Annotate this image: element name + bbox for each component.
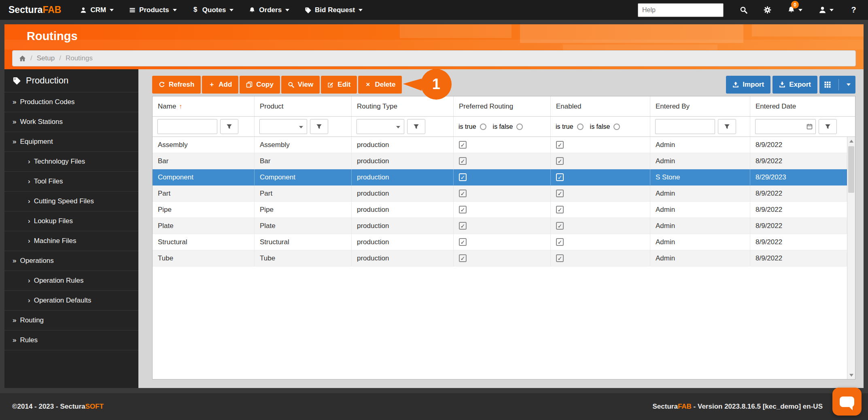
chevron-right-icon: › [28, 158, 30, 166]
checkbox-checked-icon[interactable]: ✓ [556, 238, 564, 246]
sidebar-item-equipment[interactable]: »Equipment [4, 132, 138, 152]
table-row-component[interactable]: ComponentComponentproduction✓✓S Stone8/2… [153, 169, 855, 185]
nav-item-bid-request[interactable]: Bid Request [297, 0, 370, 20]
filter-input-name[interactable] [157, 119, 217, 134]
sidebar-item-machine-files[interactable]: ›Machine Files [4, 231, 138, 251]
scroll-down-icon [849, 374, 853, 377]
calendar-icon[interactable] [806, 124, 813, 130]
chat-icon [840, 397, 854, 407]
radio-true-preferred-routing[interactable] [480, 124, 486, 130]
annotation-callout-1: 1 [421, 69, 452, 100]
scroll-up-button[interactable] [847, 137, 855, 145]
column-header-name[interactable]: Name↑ [153, 96, 255, 116]
checkbox-checked-icon[interactable]: ✓ [556, 190, 564, 197]
checkbox-checked-icon[interactable]: ✓ [459, 254, 467, 262]
checkbox-checked-icon[interactable]: ✓ [556, 206, 564, 213]
breadcrumb-item-setup[interactable]: Setup [37, 54, 55, 62]
brand-logo[interactable]: SecturaFAB [0, 4, 72, 15]
sidebar-item-label: Routing [20, 316, 44, 324]
checkbox-checked-icon[interactable]: ✓ [459, 173, 467, 181]
help-input[interactable] [638, 3, 724, 17]
radio-false-preferred-routing[interactable] [516, 124, 523, 130]
checkbox-checked-icon[interactable]: ✓ [459, 141, 467, 149]
checkbox-checked-icon[interactable]: ✓ [459, 238, 467, 246]
table-row-assembly[interactable]: AssemblyAssemblyproduction✓✓Admin8/9/202… [153, 137, 855, 153]
radio-true-enabled[interactable] [577, 124, 584, 130]
chat-widget-button[interactable] [832, 388, 862, 416]
cell-text: 8/9/2022 [756, 222, 782, 230]
sidebar-item-production-codes[interactable]: »Production Codes [4, 92, 138, 112]
sidebar-item-operations[interactable]: »Operations [4, 251, 138, 271]
table-row-pipe[interactable]: PipePipeproduction✓✓Admin8/9/2022 [153, 202, 855, 218]
column-header-product[interactable]: Product [255, 96, 352, 116]
checkbox-checked-icon[interactable]: ✓ [459, 157, 467, 165]
sidebar-item-label: Machine Files [34, 237, 76, 245]
radio-false-enabled[interactable] [613, 124, 620, 130]
refresh-button[interactable]: Refresh [152, 76, 201, 94]
checkbox-checked-icon[interactable]: ✓ [556, 157, 564, 165]
cell-text: production [357, 173, 389, 181]
sidebar-item-cutting-speed-files[interactable]: ›Cutting Speed Files [4, 192, 138, 211]
sidebar-item-lookup-files[interactable]: ›Lookup Files [4, 211, 138, 231]
add-button[interactable]: +Add [202, 76, 238, 94]
filter-button-routing-type[interactable] [407, 119, 425, 134]
nav-item-products[interactable]: Products [121, 0, 185, 20]
delete-button[interactable]: ×Delete [358, 76, 402, 94]
checkbox-checked-icon[interactable]: ✓ [459, 190, 467, 197]
view-button[interactable]: View [281, 76, 320, 94]
checkbox-checked-icon[interactable]: ✓ [459, 222, 467, 230]
checkbox-checked-icon[interactable]: ✓ [556, 254, 564, 262]
help-question-button[interactable]: ? [850, 6, 857, 14]
sidebar-item-operation-defaults[interactable]: ›Operation Defaults [4, 291, 138, 311]
user-menu-button[interactable] [819, 6, 834, 14]
filter-select-product[interactable] [259, 119, 307, 134]
checkbox-checked-icon[interactable]: ✓ [556, 222, 564, 230]
column-header-entered-date[interactable]: Entered Date [750, 96, 847, 116]
sidebar-item-tool-files[interactable]: ›Tool Files [4, 172, 138, 192]
settings-button[interactable] [764, 6, 771, 14]
table-row-bar[interactable]: BarBarproduction✓✓Admin8/9/2022 [153, 153, 855, 169]
export-button[interactable]: Export [772, 76, 817, 94]
table-row-plate[interactable]: PlatePlateproduction✓✓Admin8/9/2022 [153, 218, 855, 234]
scroll-thumb[interactable] [848, 146, 854, 193]
filter-button-entered-date[interactable] [819, 119, 837, 134]
sidebar-item-work-stations[interactable]: »Work Stations [4, 112, 138, 132]
filter-select-routing-type[interactable] [357, 119, 404, 134]
search-button[interactable] [740, 6, 747, 14]
table-row-tube[interactable]: TubeTubeproduction✓✓Admin8/9/2022 [153, 250, 855, 266]
home-icon[interactable] [19, 55, 26, 62]
sidebar-item-technology-files[interactable]: ›Technology Files [4, 152, 138, 172]
chevron-down-icon [299, 126, 303, 128]
checkbox-checked-icon[interactable]: ✓ [556, 141, 564, 149]
cell-product: Bar [255, 153, 352, 169]
grid-columns-button[interactable] [819, 76, 855, 94]
dollar-icon: $ [192, 7, 199, 13]
cell-name: Plate [153, 218, 255, 234]
column-header-entered-by[interactable]: Entered By [650, 96, 750, 116]
sidebar-item-routing[interactable]: »Routing [4, 311, 138, 330]
column-header-enabled[interactable]: Enabled [551, 96, 650, 116]
import-button[interactable]: Import [726, 76, 770, 94]
sidebar-item-operation-rules[interactable]: ›Operation Rules [4, 271, 138, 291]
checkbox-checked-icon[interactable]: ✓ [459, 206, 467, 213]
sidebar: Production »Production Codes»Work Statio… [4, 69, 138, 388]
vertical-scrollbar[interactable] [847, 137, 855, 379]
sidebar-item-rules[interactable]: »Rules [4, 330, 138, 350]
filter-button-product[interactable] [310, 119, 328, 134]
cell-text: Component [158, 173, 193, 181]
nav-item-orders[interactable]: Orders [241, 0, 297, 20]
column-header-preferred-routing[interactable]: Preferred Routing [454, 96, 551, 116]
table-row-part[interactable]: PartPartproduction✓✓Admin8/9/2022 [153, 185, 855, 202]
edit-button[interactable]: Edit [321, 76, 357, 94]
nav-item-quotes[interactable]: $Quotes [185, 0, 242, 20]
checkbox-checked-icon[interactable]: ✓ [556, 173, 564, 181]
cell-name: Component [153, 169, 255, 185]
table-row-structural[interactable]: StructuralStructuralproduction✓✓Admin8/9… [153, 234, 855, 250]
scroll-down-button[interactable] [847, 371, 855, 379]
notifications-button[interactable]: 0 [787, 6, 802, 14]
filter-button-entered-by[interactable] [718, 119, 736, 134]
nav-item-crm[interactable]: CRM [72, 0, 121, 20]
filter-button-name[interactable] [220, 119, 238, 134]
filter-input-entered-by[interactable] [655, 119, 715, 134]
copy-button[interactable]: Copy [240, 76, 280, 94]
